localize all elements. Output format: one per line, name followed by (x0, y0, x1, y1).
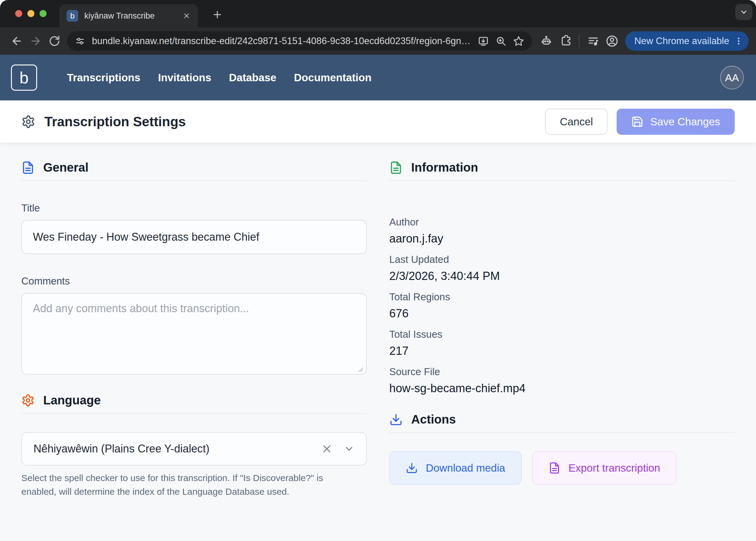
info-field-total-regions: Total Regions 676 (389, 291, 735, 320)
update-chrome-button[interactable]: New Chrome available (625, 31, 749, 51)
save-changes-label: Save Changes (650, 116, 720, 128)
title-input[interactable] (21, 220, 367, 254)
browser-tab[interactable]: b kiyânaw Transcribe (59, 4, 198, 27)
extension-robot-icon[interactable] (537, 32, 556, 51)
page-header: Transcription Settings Cancel Save Chang… (0, 100, 756, 143)
gear-icon (21, 394, 35, 407)
url-bar[interactable]: bundle.kiyanaw.net/transcribe-edit/242c9… (67, 31, 532, 51)
language-selected-value: Nêhiyawêwin (Plains Cree Y-dialect) (33, 442, 322, 455)
chevron-down-icon[interactable] (344, 443, 355, 454)
window-controls (15, 10, 47, 17)
nav-links: Transcriptions Invitations Database Docu… (67, 72, 372, 84)
nav-item-transcriptions[interactable]: Transcriptions (67, 72, 140, 84)
actions-heading: Actions (411, 413, 456, 426)
comments-label: Comments (21, 275, 367, 287)
info-label: Author (389, 216, 735, 228)
tab-search-button[interactable] (735, 4, 752, 20)
download-media-label: Download media (426, 462, 505, 474)
file-text-icon (548, 462, 561, 474)
nav-item-database[interactable]: Database (229, 72, 276, 84)
actions-section-header: Actions (389, 413, 735, 426)
resize-handle-icon[interactable] (358, 367, 363, 372)
comments-textarea[interactable] (21, 293, 367, 374)
info-field-total-issues: Total Issues 217 (389, 328, 735, 357)
download-icon (406, 462, 418, 474)
info-label: Last Updated (389, 254, 735, 265)
url-text[interactable]: bundle.kiyanaw.net/transcribe-edit/242c9… (92, 36, 471, 47)
general-section-header: General (21, 161, 367, 174)
language-select[interactable]: Nêhiyawêwin (Plains Cree Y-dialect) (21, 432, 367, 465)
information-heading: Information (411, 161, 478, 174)
info-field-last-updated: Last Updated 2/3/2026, 3:40:44 PM (389, 254, 735, 283)
new-tab-button[interactable] (209, 7, 225, 23)
info-label: Total Regions (389, 291, 735, 303)
general-heading: General (43, 161, 89, 174)
section-divider (389, 432, 735, 433)
zoom-page-icon[interactable] (495, 36, 506, 47)
close-window-button[interactable] (15, 10, 22, 17)
info-value: 676 (389, 307, 735, 320)
back-icon[interactable] (7, 32, 26, 51)
page-title: Transcription Settings (44, 114, 186, 129)
install-app-icon[interactable] (478, 36, 489, 47)
info-value: 2/3/2026, 3:40:44 PM (389, 270, 735, 283)
tab-close-icon[interactable] (183, 12, 191, 20)
settings-content: General Title Comments Language Nêhiya (0, 143, 756, 541)
profile-icon[interactable] (603, 32, 621, 51)
forward-icon[interactable] (26, 32, 45, 51)
tab-strip: b kiyânaw Transcribe (0, 0, 756, 27)
download-media-button[interactable]: Download media (389, 451, 522, 485)
file-text-icon (21, 161, 35, 174)
tab-title: kiyânaw Transcribe (84, 11, 177, 21)
info-label: Total Issues (389, 328, 735, 340)
section-divider (21, 181, 367, 181)
file-text-icon (389, 161, 402, 174)
info-value: 217 (389, 344, 735, 357)
title-label: Title (21, 202, 367, 214)
app-navbar: b Transcriptions Invitations Database Do… (0, 55, 756, 100)
info-field-author: Author aaron.j.fay (389, 216, 735, 245)
info-field-source-file: Source File how-sg-became-chief.mp4 (389, 366, 735, 395)
reload-icon[interactable] (45, 32, 64, 51)
bookmark-star-icon[interactable] (513, 36, 524, 47)
right-column: Information Author aaron.j.fay Last Upda… (389, 143, 735, 498)
save-changes-button[interactable]: Save Changes (617, 109, 735, 135)
cancel-button[interactable]: Cancel (545, 109, 607, 135)
tab-favicon-icon: b (67, 10, 78, 22)
information-section-header: Information (389, 161, 735, 174)
nav-item-invitations[interactable]: Invitations (158, 72, 211, 84)
update-chrome-label: New Chrome available (634, 36, 729, 47)
browser-window: b kiyânaw Transcribe bundle.kiyanaw. (0, 0, 756, 541)
section-divider (389, 181, 735, 181)
browser-menu-icon[interactable] (734, 37, 743, 46)
language-help-text: Select the spell checker to use for this… (21, 471, 359, 498)
media-controls-icon[interactable] (584, 32, 603, 51)
nav-item-documentation[interactable]: Documentation (294, 72, 372, 84)
actions-row: Download media Export transcription (389, 451, 735, 485)
avatar[interactable]: AA (720, 66, 744, 90)
language-section-header: Language (21, 393, 367, 407)
export-transcription-label: Export transcription (568, 462, 660, 474)
info-value: aaron.j.fay (389, 232, 735, 245)
comments-field (21, 293, 367, 376)
toolbar-divider (579, 35, 579, 47)
language-heading: Language (43, 393, 101, 407)
minimize-window-button[interactable] (27, 10, 34, 17)
zoom-window-button[interactable] (40, 10, 47, 17)
left-column: General Title Comments Language Nêhiya (21, 143, 367, 498)
app-logo[interactable]: b (11, 65, 37, 91)
download-icon (389, 413, 402, 426)
floppy-disk-icon (631, 116, 643, 128)
extensions-puzzle-icon[interactable] (556, 32, 575, 51)
export-transcription-button[interactable]: Export transcription (532, 451, 677, 485)
info-label: Source File (389, 366, 735, 378)
clear-selection-icon[interactable] (322, 444, 332, 454)
section-divider (21, 413, 367, 414)
info-value: how-sg-became-chief.mp4 (389, 382, 735, 395)
site-settings-icon[interactable] (75, 36, 85, 46)
browser-toolbar: bundle.kiyanaw.net/transcribe-edit/242c9… (0, 27, 756, 55)
settings-gear-icon (21, 115, 35, 129)
